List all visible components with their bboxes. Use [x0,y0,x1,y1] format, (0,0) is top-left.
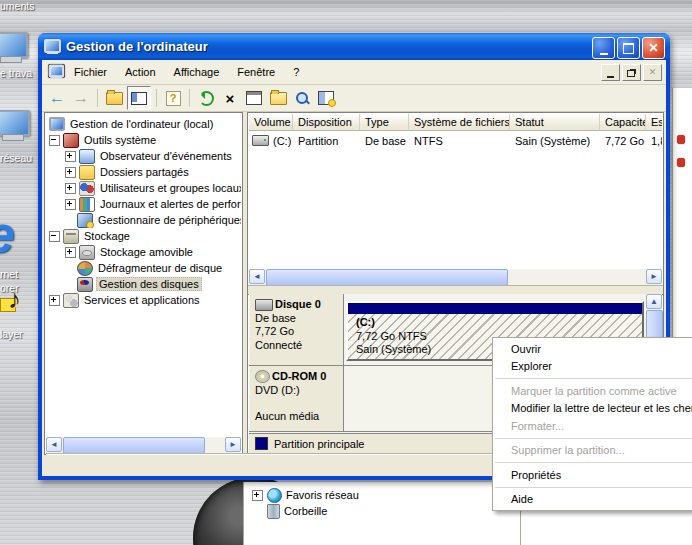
delete-x-icon: × [226,91,235,106]
col-disposition[interactable]: Disposition [293,114,360,131]
monitor-screen [0,32,28,58]
mdi-minimize-button[interactable] [601,64,620,81]
tree-item-stockage-amovible[interactable]: Stockage amovible [47,244,241,260]
tree-item-defragmenteur[interactable]: Défragmenteur de disque [47,260,241,276]
menu-action[interactable]: Action [116,63,165,81]
bg-tree-item-recycle[interactable]: Corbeille [267,504,327,518]
tree-item-stockage[interactable]: Stockage [47,228,241,244]
views-button[interactable] [315,87,337,109]
bg-tree-item-network[interactable]: Favoris réseau [252,488,359,502]
expand-plus-icon[interactable] [65,247,76,258]
col-volume[interactable]: Volume [249,114,293,131]
desktop-icon-label-documents[interactable]: uments [0,0,34,12]
collapse-minus-icon[interactable] [49,135,60,146]
ctx-ouvrir[interactable]: Ouvrir [493,340,692,358]
bg-tree-label: Favoris réseau [286,489,359,501]
my-computer-icon[interactable] [0,32,28,62]
ctx-marquer-active[interactable]: Marquer la partition comme active [493,382,692,400]
up-one-level-button[interactable] [103,87,125,109]
expand-plus-icon[interactable] [65,167,76,178]
desktop-icon-label-network[interactable]: réseau [0,152,32,164]
ctx-proprietes[interactable]: Propriétés [493,466,692,484]
scroll-left-button[interactable]: ◄ [249,269,265,284]
tree-item-gestionnaire-peripheriques[interactable]: Gestionnaire de périphériques [47,212,241,228]
menu-fenetre[interactable]: Fenêtre [228,63,284,81]
music-note-icon[interactable]: ♪ [8,284,21,315]
col-statut[interactable]: Statut [510,114,600,131]
tree-horizontal-scrollbar[interactable]: ◄ ► [46,437,241,453]
ctx-modifier-lettre[interactable]: Modifier la lettre de lecteur et les che… [493,400,692,418]
forward-button[interactable]: → [70,87,92,109]
col-type[interactable]: Type [360,114,409,131]
menu-fichier[interactable]: Fichier [65,63,116,81]
tree-item-services-applications[interactable]: Services et applications [47,292,241,308]
ctx-explorer[interactable]: Explorer [493,358,692,376]
ctx-aide[interactable]: Aide [493,491,692,509]
ctx-formater[interactable]: Formater... [493,417,692,435]
minimize-button[interactable] [592,37,615,59]
title-bar[interactable]: Gestion de l'ordinateur ✕ [38,33,670,60]
red-marker-icon [677,158,685,167]
properties-button[interactable] [243,87,265,109]
delete-button[interactable]: × [219,87,241,109]
tree-item-root[interactable]: Gestion de l'ordinateur (local) [47,116,241,132]
scroll-left-button[interactable]: ◄ [46,437,62,452]
menu-separator [495,378,692,379]
scroll-up-button[interactable]: ▲ [646,294,662,309]
tree-item-gestion-des-disques[interactable]: Gestion des disques [47,276,241,292]
refresh-button[interactable] [195,87,217,109]
close-button[interactable]: ✕ [642,37,665,59]
capacite-cell: 7,72 Go [600,133,646,148]
console-tree-icon [131,92,147,105]
scroll-right-button[interactable]: ► [225,437,241,452]
tree-item-outils-systeme[interactable]: Outils système [47,132,241,148]
legend-label: Partition principale [274,438,365,450]
desktop-icon-label-player[interactable]: layer [0,328,23,340]
expand-plus-icon[interactable] [49,295,60,306]
desktop: uments e trava réseau e rnet orer ♪ laye… [0,0,692,545]
expand-plus-icon[interactable] [65,183,76,194]
desktop-icon-label-ie-line1[interactable]: rnet [0,268,18,280]
collapse-minus-icon[interactable] [49,231,60,242]
network-places-icon [267,488,282,503]
tree-item-journaux[interactable]: Journaux et alertes de performance [47,196,241,212]
internet-explorer-icon[interactable]: e [0,208,15,260]
ctx-supprimer-partition[interactable]: Supprimer la partition... [493,442,692,460]
services-applications-icon [63,293,79,308]
col-capacite[interactable]: Capacité [600,114,646,131]
users-groups-icon [79,181,95,196]
mdi-close-button[interactable]: ✕ [643,64,662,81]
maximize-button[interactable] [617,37,640,59]
scrollbar-thumb[interactable] [63,437,205,454]
menu-aide[interactable]: ? [284,63,308,81]
show-hide-tree-button[interactable] [127,86,151,110]
primary-partition-color-swatch [255,437,268,450]
back-button[interactable]: ← [46,87,68,109]
network-icon[interactable] [0,110,30,140]
cdrom-info-cell[interactable]: CD-ROM 0 DVD (D:) Aucun média [250,366,344,431]
col-systeme-fichiers[interactable]: Système de fichiers [409,114,510,131]
type-cell: De base [360,133,409,148]
expand-plus-icon[interactable] [252,490,263,501]
disk-defragmenter-icon [77,261,93,276]
disk0-info-cell[interactable]: Disque 0 De base 7,72 Go Connecté [250,294,344,365]
scrollbar-thumb[interactable] [266,269,508,286]
desktop-icon-label-computer[interactable]: e trava [0,67,32,79]
expand-plus-icon[interactable] [65,199,76,210]
mdi-restore-button[interactable] [622,64,641,81]
tree-item-dossiers-partages[interactable]: Dossiers partagés [47,164,241,180]
tree-item-observateur[interactable]: Observateur d'événements [47,148,241,164]
list-horizontal-scrollbar[interactable]: ◄ ► [249,269,662,285]
expand-plus-icon[interactable] [65,151,76,162]
open-button[interactable] [267,87,289,109]
scroll-right-button[interactable]: ► [646,269,662,284]
help-button[interactable]: ? [162,87,184,109]
disk-drive-icon [252,135,269,146]
disposition-cell: Partition [293,133,360,148]
menu-separator [495,462,692,463]
mdi-child-icon[interactable] [48,65,64,79]
find-button[interactable] [291,87,313,109]
col-espace-libre[interactable]: Espace libre [646,114,662,131]
tree-item-utilisateurs[interactable]: Utilisateurs et groupes locaux [47,180,241,196]
menu-affichage[interactable]: Affichage [165,63,229,81]
